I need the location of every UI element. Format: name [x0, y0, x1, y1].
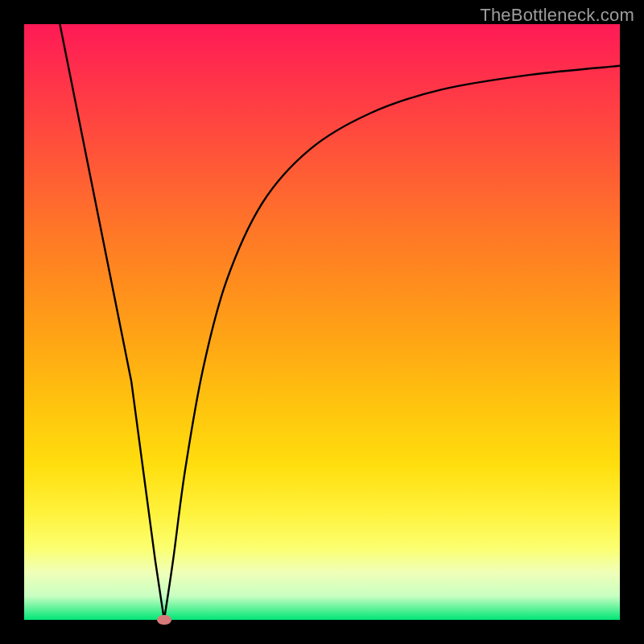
bottleneck-curve [24, 24, 620, 620]
minimum-marker [157, 615, 171, 625]
watermark-text: TheBottleneck.com [480, 5, 634, 26]
plot-area [24, 24, 620, 620]
curve-path [60, 24, 620, 620]
chart-canvas: TheBottleneck.com [0, 0, 644, 644]
